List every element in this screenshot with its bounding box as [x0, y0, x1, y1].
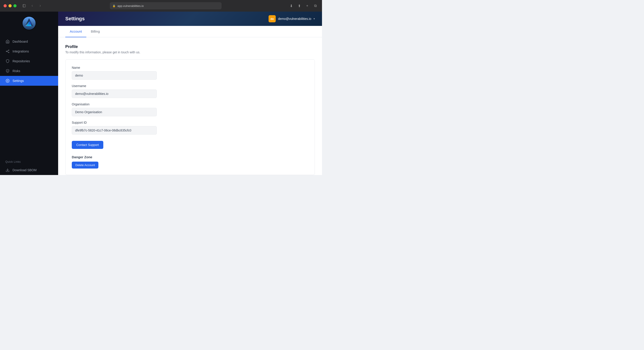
- sidebar-dashboard-label: Dashboard: [12, 40, 28, 43]
- sidebar-item-download-sbom[interactable]: Download SBOM: [0, 165, 58, 175]
- chevron-down-icon: ▾: [314, 17, 315, 20]
- svg-line-10: [7, 50, 8, 52]
- sidebar-logo: [0, 11, 58, 35]
- profile-title: Profile: [65, 44, 315, 49]
- svg-point-12: [7, 80, 8, 81]
- profile-section: Profile To modify this information, plea…: [58, 37, 322, 54]
- sidebar-download-sbom-label: Download SBOM: [12, 168, 36, 172]
- organisation-input: [72, 108, 157, 116]
- download-button[interactable]: ⬇: [288, 3, 294, 9]
- sidebar-risks-label: Risks: [12, 69, 20, 73]
- sidebar-toggle-button[interactable]: [21, 3, 27, 9]
- user-email-text: demo@vulnerabilities.io: [278, 17, 311, 20]
- profile-form-card: Name Username Organisation Support ID: [65, 59, 315, 175]
- settings-icon: [5, 79, 10, 83]
- maximize-window-button[interactable]: [14, 4, 16, 7]
- support-id-label: Support ID: [72, 121, 308, 124]
- content-area: Account Billing Profile To modify this i…: [58, 26, 322, 175]
- danger-zone-section: Danger Zone Delete Account: [72, 155, 308, 169]
- traffic-lights: [4, 4, 16, 7]
- sidebar-item-risks[interactable]: Risks: [0, 66, 58, 76]
- support-id-field-group: Support ID: [72, 121, 308, 135]
- sidebar-item-integrations[interactable]: Integrations: [0, 46, 58, 56]
- app-layout: Dashboard Integrations Repositories: [0, 11, 322, 175]
- sidebar-item-settings[interactable]: Settings: [0, 76, 58, 86]
- download-icon: [5, 168, 10, 172]
- sidebar-nav: Dashboard Integrations Repositories: [0, 35, 58, 157]
- sidebar-item-dashboard[interactable]: Dashboard: [0, 37, 58, 46]
- new-tab-button[interactable]: +: [304, 3, 310, 9]
- avatar: de: [268, 15, 276, 22]
- address-bar-container: 🔒 app.vulnerabilities.io: [46, 2, 285, 9]
- sidebar-integrations-label: Integrations: [12, 49, 29, 53]
- username-label: Username: [72, 84, 308, 88]
- lock-icon: 🔒: [112, 4, 116, 7]
- svg-rect-0: [23, 4, 26, 7]
- user-menu[interactable]: de demo@vulnerabilities.io ▾: [268, 15, 315, 22]
- sidebar-settings-label: Settings: [12, 79, 24, 83]
- sidebar-repositories-label: Repositories: [12, 59, 30, 63]
- name-label: Name: [72, 66, 308, 69]
- address-bar[interactable]: 🔒 app.vulnerabilities.io: [110, 2, 222, 9]
- browser-forward-button[interactable]: [37, 3, 44, 9]
- browser-chrome: 🔒 app.vulnerabilities.io ⬇ ⬆ + ⧉: [0, 0, 322, 11]
- share-button[interactable]: ⬆: [296, 3, 302, 9]
- integrations-icon: [5, 49, 10, 54]
- danger-zone-label: Danger Zone: [72, 155, 308, 159]
- home-icon: [5, 39, 10, 44]
- close-window-button[interactable]: [4, 4, 7, 7]
- username-field-group: Username: [72, 84, 308, 98]
- minimize-window-button[interactable]: [8, 4, 12, 7]
- tab-billing[interactable]: Billing: [86, 26, 104, 37]
- delete-account-button[interactable]: Delete Account: [72, 162, 98, 169]
- sidebar: Dashboard Integrations Repositories: [0, 11, 58, 175]
- name-field-group: Name: [72, 66, 308, 80]
- username-input: [72, 90, 157, 98]
- svg-line-11: [7, 51, 8, 52]
- main-content: Settings de demo@vulnerabilities.io ▾ Ac…: [58, 11, 322, 175]
- organisation-field-group: Organisation: [72, 102, 308, 116]
- browser-back-button[interactable]: [29, 3, 35, 9]
- app-logo: [22, 16, 36, 30]
- windows-button[interactable]: ⧉: [312, 3, 318, 9]
- contact-support-button[interactable]: Contact Support: [72, 141, 103, 149]
- sidebar-item-repositories[interactable]: Repositories: [0, 56, 58, 66]
- browser-actions: ⬇ ⬆ + ⧉: [288, 3, 318, 9]
- organisation-label: Organisation: [72, 102, 308, 106]
- shield-check-icon: [5, 69, 10, 73]
- quick-links-label: Quick Links: [0, 157, 58, 165]
- support-id-input: [72, 126, 157, 135]
- quick-links-section: Quick Links Download SBOM: [0, 157, 58, 175]
- tab-account[interactable]: Account: [65, 26, 86, 37]
- browser-controls: [21, 3, 44, 9]
- profile-subtitle: To modify this information, please get i…: [65, 50, 315, 54]
- name-input: [72, 71, 157, 80]
- page-title: Settings: [65, 16, 85, 22]
- url-text: app.vulnerabilities.io: [118, 4, 144, 7]
- shield-icon: [5, 59, 10, 63]
- tabs-container: Account Billing: [58, 26, 322, 37]
- top-header: Settings de demo@vulnerabilities.io ▾: [58, 11, 322, 26]
